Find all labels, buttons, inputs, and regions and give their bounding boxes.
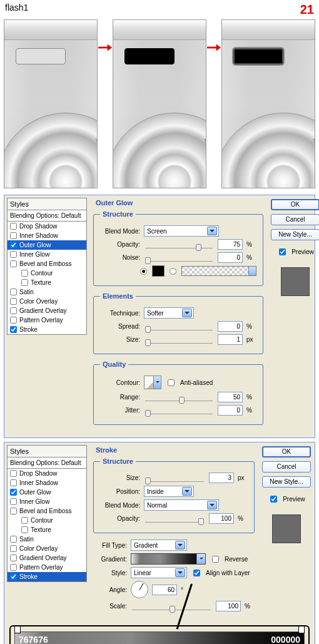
glow-color-swatch[interactable] [152,265,165,277]
style-checkbox[interactable] [10,489,17,496]
gradient-bar[interactable]: 767676 000000 [14,631,305,644]
style-checkbox[interactable] [10,564,17,571]
new-style-button[interactable]: New Style... [271,229,319,240]
style-checkbox[interactable] [10,298,17,305]
style-item-pattern-overlay[interactable]: Pattern Overlay [8,563,86,572]
size-slider[interactable] [145,474,204,482]
spread-input[interactable] [218,321,243,332]
style-checkbox[interactable] [10,545,17,552]
blending-options-header[interactable]: Blending Options: Default [7,457,87,469]
style-checkbox[interactable] [21,517,28,524]
scale-slider[interactable] [132,603,211,610]
style-item-stroke[interactable]: Stroke [8,572,86,581]
style-checkbox[interactable] [10,232,17,239]
spread-slider[interactable] [145,323,213,330]
style-item-inner-glow[interactable]: Inner Glow [8,250,86,259]
style-checkbox[interactable] [10,289,17,295]
blending-options-header[interactable]: Blending Options: Default [7,210,87,222]
style-checkbox[interactable] [10,260,17,267]
glow-gradient-swatch[interactable] [181,266,256,276]
style-item-drop-shadow[interactable]: Drop Shadow [8,469,86,478]
style-item-satin[interactable]: Satin [8,534,86,544]
style-checkbox[interactable] [10,555,17,561]
quality-group: Quality Contour: Anti-aliased Range: % J… [93,360,263,425]
angle-input[interactable] [152,585,177,595]
style-item-gradient-overlay[interactable]: Gradient Overlay [8,306,86,315]
style-checkbox[interactable] [10,317,17,324]
opacity-slider[interactable] [145,241,213,248]
elements-group: Elements Technique: Softer Spread: % Siz… [93,292,263,354]
style-checkbox[interactable] [10,508,17,514]
style-item-gradient-overlay[interactable]: Gradient Overlay [8,553,86,563]
preview-checkbox[interactable] [270,496,277,503]
style-item-contour[interactable]: Contour [8,268,86,278]
preview-checkbox[interactable] [279,248,286,255]
style-checkbox[interactable] [10,470,17,477]
glow-gradient-radio[interactable] [170,268,176,275]
style-checkbox[interactable] [21,270,28,277]
size-slider[interactable] [145,336,213,344]
technique-dropdown[interactable]: Softer [144,307,194,319]
style-item-color-overlay[interactable]: Color Overlay [8,297,86,306]
cancel-button[interactable]: Cancel [262,461,311,473]
noise-input[interactable] [218,252,243,263]
contour-picker[interactable] [144,376,161,389]
style-item-inner-glow[interactable]: Inner Glow [8,497,86,506]
style-checkbox[interactable] [10,498,17,505]
style-item-texture[interactable]: Texture [8,525,86,534]
antialiased-checkbox[interactable] [168,379,175,386]
angle-dial[interactable] [131,581,148,598]
ok-button[interactable]: OK [271,199,319,210]
style-checkbox[interactable] [21,279,28,286]
style-checkbox[interactable] [10,251,17,258]
blend-mode-dropdown[interactable]: Screen [144,225,219,237]
align-checkbox[interactable] [193,570,200,576]
style-item-color-overlay[interactable]: Color Overlay [8,544,86,553]
style-item-bevel-and-emboss[interactable]: Bevel and Emboss [8,259,86,268]
opacity-input[interactable] [209,513,234,524]
style-item-outer-glow[interactable]: Outer Glow [8,240,86,250]
style-checkbox[interactable] [10,479,17,486]
style-checkbox[interactable] [21,526,28,533]
style-checkbox[interactable] [10,536,17,543]
style-item-stroke[interactable]: Stroke [8,325,86,334]
style-item-contour[interactable]: Contour [8,516,86,525]
opacity-stop-left[interactable] [14,626,21,633]
style-checkbox[interactable] [10,326,17,333]
size-input[interactable] [218,334,243,345]
range-slider[interactable] [145,394,213,401]
blend-mode-dropdown[interactable]: Normal [144,499,219,511]
fill-type-dropdown[interactable]: Gradient [131,539,187,551]
ok-button[interactable]: OK [262,446,311,457]
jitter-input[interactable] [218,405,243,416]
style-checkbox[interactable] [10,573,17,580]
style-checkbox[interactable] [10,242,17,248]
size-input[interactable] [209,473,234,483]
noise-slider[interactable] [145,254,213,262]
scale-input[interactable] [216,601,241,611]
style-item-bevel-and-emboss[interactable]: Bevel and Emboss [8,506,86,516]
style-dropdown[interactable]: Linear [131,567,187,578]
gradient-picker[interactable] [131,553,206,565]
style-checkbox[interactable] [10,223,17,230]
chevron-down-icon [153,376,161,389]
glow-color-radio[interactable] [140,268,147,275]
style-item-texture[interactable]: Texture [8,278,86,287]
position-dropdown[interactable]: Inside [144,486,194,497]
style-item-drop-shadow[interactable]: Drop Shadow [8,222,86,231]
reverse-checkbox[interactable] [212,556,219,563]
style-item-label: Inner Shadow [19,479,58,486]
style-item-outer-glow[interactable]: Outer Glow [8,488,86,497]
style-item-inner-shadow[interactable]: Inner Shadow [8,231,86,240]
opacity-stop-right[interactable] [298,626,305,633]
style-item-satin[interactable]: Satin [8,287,86,297]
range-input[interactable] [218,392,243,402]
new-style-button[interactable]: New Style... [262,476,311,488]
style-checkbox[interactable] [10,307,17,314]
opacity-input[interactable] [218,239,243,250]
opacity-slider[interactable] [145,515,204,523]
style-item-inner-shadow[interactable]: Inner Shadow [8,478,86,488]
style-item-pattern-overlay[interactable]: Pattern Overlay [8,315,86,325]
cancel-button[interactable]: Cancel [271,214,319,225]
jitter-slider[interactable] [145,407,213,414]
